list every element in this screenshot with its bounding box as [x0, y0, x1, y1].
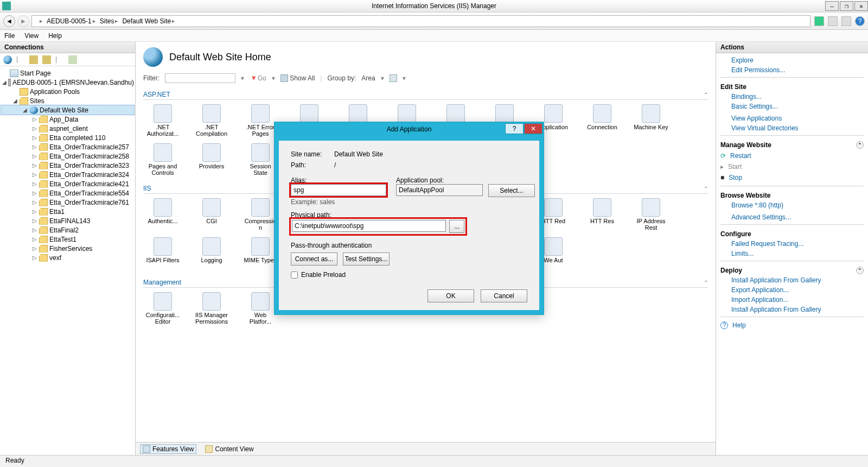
feature-item[interactable]: Authentic... [145, 198, 180, 231]
forward-button[interactable]: ► [17, 15, 29, 27]
filter-go[interactable]: Go [258, 74, 266, 82]
action-edit-permissions[interactable]: Edit Permissions... [720, 65, 864, 75]
action-advanced-settings[interactable]: Advanced Settings... [720, 212, 864, 222]
action-import-application[interactable]: Import Application... [720, 295, 864, 305]
menu-help[interactable]: Help [48, 32, 62, 40]
groupby-value[interactable]: Area [361, 74, 375, 82]
expander-icon[interactable]: ▷ [31, 255, 37, 261]
conn-tool-4[interactable] [68, 55, 77, 64]
collapse-icon[interactable]: ⌃ [704, 280, 708, 286]
alias-input[interactable] [291, 184, 386, 196]
maximize-button[interactable]: ❐ [840, 1, 853, 11]
feature-item[interactable]: Configurati... Editor [145, 292, 180, 325]
action-help[interactable]: Help [731, 320, 746, 330]
feature-item[interactable]: .NET Error Pages [243, 104, 278, 137]
refresh-icon[interactable] [814, 16, 824, 26]
action-install-from-gallery-2[interactable]: Install Application From Gallery [720, 305, 864, 314]
dialog-close-button[interactable]: ✕ [524, 123, 542, 134]
collapse-icon[interactable]: ⌃ [856, 267, 864, 274]
tree-child[interactable]: ▷aspnet_client [1, 124, 134, 133]
feature-item[interactable]: Web Platfor... [243, 292, 278, 325]
expander-icon[interactable]: ▷ [31, 190, 37, 196]
expander-icon[interactable]: ▷ [31, 209, 37, 214]
crumb-sites[interactable]: Sites [100, 17, 114, 25]
action-export-application[interactable]: Export Application... [720, 285, 864, 295]
tree-default-site[interactable]: Default Web Site [40, 106, 88, 114]
conn-tool-2[interactable] [29, 55, 38, 64]
action-view-applications[interactable]: View Applications [720, 113, 864, 123]
feature-item[interactable]: Machine Key [634, 104, 668, 137]
expander-icon[interactable]: ▷ [31, 135, 37, 141]
breadcrumb[interactable]: ▸ AEDUB-0005-1 ▸ Sites ▸ Default Web Sit… [31, 15, 810, 27]
tree-child[interactable]: ▷Etta_OrderTrackmiracle554 [1, 188, 134, 198]
feature-item[interactable]: Connection [585, 104, 620, 137]
feature-item[interactable]: ISAPI Filters [145, 237, 180, 270]
feature-item[interactable]: IIS Manager Permissions [194, 292, 229, 325]
expander-icon[interactable]: ▷ [31, 236, 37, 242]
enable-preload-checkbox[interactable] [291, 272, 298, 279]
feature-item[interactable]: .NET Authorizat... [145, 104, 180, 137]
expander-icon[interactable]: ▷ [31, 227, 37, 233]
expander-icon[interactable]: ▷ [31, 116, 37, 122]
ok-button[interactable]: OK [427, 289, 474, 302]
tree-child[interactable]: ▷EttaFinal2 [1, 225, 134, 235]
tree-child[interactable]: ▷EttaFINAL143 [1, 216, 134, 225]
tree-child[interactable]: ▷Etta1 [1, 207, 134, 216]
collapse-icon[interactable]: ⌃ [704, 186, 708, 192]
view-mode-icon[interactable] [390, 74, 397, 82]
expander-icon[interactable]: ▷ [31, 125, 37, 131]
help-icon[interactable]: ? [855, 16, 865, 26]
browse-path-button[interactable]: ... [449, 220, 464, 233]
tool-icon-2[interactable] [841, 16, 851, 26]
filter-input[interactable] [165, 73, 235, 83]
expander-icon[interactable]: ▷ [31, 162, 37, 168]
conn-tool-3[interactable] [42, 55, 51, 64]
tree-child[interactable]: ▷Etta_OrderTrackmiracle421 [1, 179, 134, 188]
action-explore[interactable]: Explore [720, 55, 864, 65]
action-limits[interactable]: Limits... [720, 249, 864, 258]
expander-icon[interactable]: ▷ [31, 144, 37, 150]
tree-child[interactable]: ▷EttaTest1 [1, 235, 134, 244]
close-button[interactable]: ✕ [854, 1, 868, 11]
connections-tree[interactable]: Start Page ◢AEDUB-0005-1 (EMRSN\Jeevan.S… [0, 66, 135, 455]
test-settings-button[interactable]: Test Settings... [343, 253, 390, 266]
action-browse-80[interactable]: Browse *:80 (http) [720, 200, 864, 210]
dialog-titlebar[interactable]: Add Application ? ✕ [275, 122, 544, 136]
crumb-server[interactable]: AEDUB-0005-1 [47, 17, 92, 25]
menu-file[interactable]: File [4, 32, 15, 40]
crumb-site[interactable]: Default Web Site [122, 17, 171, 25]
cancel-button[interactable]: Cancel [481, 289, 527, 302]
tree-child[interactable]: ▷vexf [1, 253, 134, 262]
action-restart[interactable]: Restart [729, 151, 751, 161]
filter-showall[interactable]: Show All [290, 74, 315, 82]
tree-child[interactable]: ▷Etta_OrderTrackmiracle323 [1, 161, 134, 170]
feature-item[interactable]: Providers [194, 143, 229, 176]
expander-icon[interactable]: ▷ [31, 218, 37, 224]
feature-item[interactable]: IP Address Rest [634, 198, 668, 231]
action-install-from-gallery[interactable]: Install Application From Gallery [720, 275, 864, 285]
action-bindings[interactable]: Bindings... [720, 92, 864, 102]
feature-item[interactable]: .NET Compilation [194, 104, 229, 137]
expander-icon[interactable]: ▷ [31, 172, 37, 178]
tree-child[interactable]: ▷Etta_OrderTrackmiracle257 [1, 142, 134, 152]
expander-icon[interactable]: ▷ [31, 199, 37, 205]
feature-item[interactable]: Compression [243, 198, 278, 231]
tree-child[interactable]: ▷Etta_OrderTrackmiracle258 [1, 152, 134, 161]
tree-server[interactable]: AEDUB-0005-1 (EMRSN\Jeevan.Sandhu) [12, 79, 134, 86]
tool-icon-1[interactable] [828, 16, 838, 26]
dialog-help-button[interactable]: ? [505, 123, 524, 134]
physical-path-input[interactable] [292, 220, 446, 232]
back-button[interactable]: ◄ [3, 15, 15, 27]
action-view-virtual-directories[interactable]: View Virtual Directories [720, 123, 864, 133]
select-apppool-button[interactable]: Select... [488, 184, 535, 197]
expander-icon[interactable]: ◢ [2, 79, 7, 85]
tree-start-page[interactable]: Start Page [20, 70, 51, 77]
tree-child[interactable]: ▷App_Data [1, 115, 134, 124]
action-basic-settings[interactable]: Basic Settings... [720, 102, 864, 111]
menu-view[interactable]: View [24, 32, 39, 40]
expander-icon[interactable]: ◢ [12, 98, 18, 104]
feature-item[interactable]: CGI [194, 198, 229, 231]
feature-item[interactable]: HTT Res [585, 198, 620, 231]
tree-child[interactable]: ▷Etta_OrderTrackmiracle324 [1, 170, 134, 179]
collapse-icon[interactable]: ⌃ [704, 92, 708, 98]
